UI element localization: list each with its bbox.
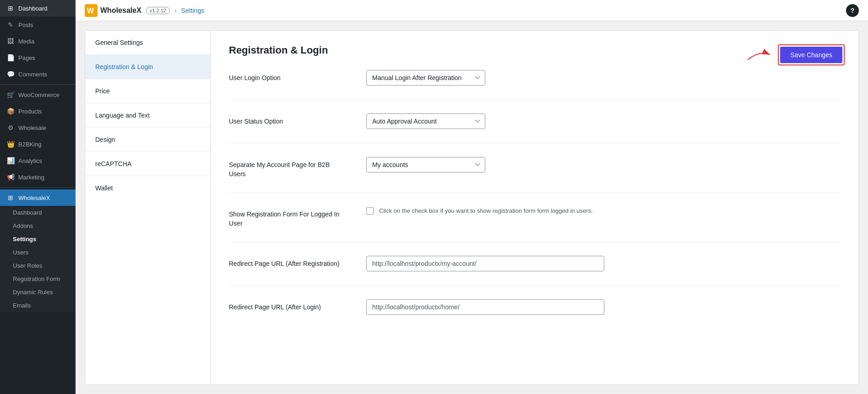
form-row-user-login: User Login Option Manual Login After Reg… [229, 70, 840, 86]
show-registration-control: Click on the check box if you want to sh… [366, 206, 840, 216]
settings-nav-price[interactable]: Price [85, 79, 210, 103]
sidebar-sub-user-roles[interactable]: User Roles [0, 259, 76, 272]
settings-main-panel: Registration & Login Save Changes [211, 30, 859, 385]
user-status-label: User Status Option [229, 113, 357, 126]
dashboard-icon: ⊞ [6, 5, 15, 12]
settings-sidebar: General Settings Registration & Login Pr… [85, 30, 211, 385]
save-arrow-icon [746, 48, 773, 62]
user-login-control: Manual Login After Registration Auto Log… [366, 70, 840, 86]
divider-5 [229, 285, 840, 286]
show-registration-label: Show Registration Form For Logged In Use… [229, 206, 357, 228]
form-row-user-status: User Status Option Auto Approval Account… [229, 113, 840, 129]
sidebar-sub-dashboard[interactable]: Dashboard [0, 206, 76, 219]
sidebar-submenu: Dashboard Addons Settings Users User Rol… [0, 206, 76, 312]
sidebar-divider-1 [0, 84, 76, 85]
sidebar-sub-settings[interactable]: Settings [0, 232, 76, 246]
form-row-show-registration: Show Registration Form For Logged In Use… [229, 206, 840, 228]
sidebar-item-comments[interactable]: 💬 Comments [0, 66, 76, 82]
settings-nav-wallet[interactable]: Wallet [85, 176, 210, 200]
sidebar-item-posts[interactable]: ✎ Posts [0, 16, 76, 33]
marketing-icon: 📢 [6, 173, 15, 181]
page-body: General Settings Registration & Login Pr… [76, 21, 868, 394]
redirect-login-control [366, 299, 840, 315]
sidebar-sub-users[interactable]: Users [0, 246, 76, 259]
media-icon: 🖼 [6, 38, 15, 45]
settings-nav-design[interactable]: Design [85, 128, 210, 152]
svg-text:W: W [87, 7, 94, 15]
sidebar-item-products[interactable]: 📦 Products [0, 103, 76, 119]
analytics-icon: 📊 [6, 157, 15, 164]
save-button-wrapper: Save Changes [778, 44, 845, 65]
separate-account-control: My accounts [366, 157, 840, 173]
sidebar-item-dashboard[interactable]: ⊞ Dashboard [0, 0, 76, 16]
sidebar-item-wholesale[interactable]: ⚙ Wholesale [0, 119, 76, 136]
save-changes-button[interactable]: Save Changes [780, 47, 842, 63]
pages-icon: 📄 [6, 54, 15, 61]
topbar-app-title: WholesaleX [100, 6, 141, 15]
sidebar-item-wholesalex[interactable]: ⊞ WholesaleX [0, 189, 76, 206]
sidebar: ⊞ Dashboard ✎ Posts 🖼 Media 📄 Pages 💬 Co… [0, 0, 76, 394]
sidebar-item-woocommerce[interactable]: 🛒 WooCommerce [0, 86, 76, 103]
wholesalex-icon: ⊞ [6, 194, 15, 201]
sidebar-sub-addons[interactable]: Addons [0, 219, 76, 232]
topbar-version-badge: v1.2.12 [146, 7, 170, 14]
form-row-redirect-registration: Redirect Page URL (After Registration) [229, 256, 840, 271]
sidebar-sub-emails[interactable]: Emails [0, 299, 76, 312]
redirect-registration-control [366, 256, 840, 271]
sidebar-item-analytics[interactable]: 📊 Analytics [0, 152, 76, 169]
separate-account-select[interactable]: My accounts [366, 157, 485, 173]
sidebar-sub-registration-form[interactable]: Registration Form [0, 272, 76, 286]
b2bking-icon: 👑 [6, 140, 15, 148]
sidebar-item-marketing[interactable]: 📢 Marketing [0, 169, 76, 185]
form-row-separate-account: Separate My Account Page for B2B Users M… [229, 157, 840, 178]
products-icon: 📦 [6, 108, 15, 115]
settings-nav-general[interactable]: General Settings [85, 31, 210, 55]
user-status-select[interactable]: Auto Approval Account Manual Approval Ac… [366, 113, 485, 129]
save-btn-area: Save Changes [746, 44, 845, 65]
wholesale-icon: ⚙ [6, 124, 15, 131]
settings-nav-registration-login[interactable]: Registration & Login [85, 55, 210, 79]
main-content: W WholesaleX v1.2.12 › Settings ? Genera… [76, 0, 868, 394]
show-registration-desc: Click on the check box if you want to sh… [379, 206, 593, 216]
show-registration-checkbox-row: Click on the check box if you want to sh… [366, 206, 840, 216]
redirect-registration-input[interactable] [366, 256, 604, 271]
show-registration-checkbox[interactable] [366, 207, 374, 215]
sidebar-sub-dynamic-rules[interactable]: Dynamic Rules [0, 286, 76, 299]
topbar-settings-link[interactable]: Settings [181, 7, 205, 14]
sidebar-item-pages[interactable]: 📄 Pages [0, 49, 76, 66]
topbar-chevron-icon: › [174, 7, 177, 14]
form-row-redirect-login: Redirect Page URL (After Login) [229, 299, 840, 315]
help-button[interactable]: ? [846, 4, 859, 17]
redirect-login-label: Redirect Page URL (After Login) [229, 299, 357, 312]
settings-nav-recaptcha[interactable]: reCAPTCHA [85, 152, 210, 176]
topbar-logo: W WholesaleX [85, 4, 141, 17]
separate-account-label: Separate My Account Page for B2B Users [229, 157, 357, 178]
user-status-control: Auto Approval Account Manual Approval Ac… [366, 113, 840, 129]
woocommerce-icon: 🛒 [6, 91, 15, 98]
user-login-label: User Login Option [229, 70, 357, 83]
settings-nav-language-text[interactable]: Language and Text [85, 103, 210, 128]
posts-icon: ✎ [6, 21, 15, 28]
wholesalex-logo-icon: W [85, 4, 98, 17]
sidebar-item-b2bking[interactable]: 👑 B2BKing [0, 136, 76, 152]
divider-3 [229, 192, 840, 193]
redirect-registration-label: Redirect Page URL (After Registration) [229, 256, 357, 269]
redirect-login-input[interactable] [366, 299, 604, 315]
divider-4 [229, 242, 840, 242]
user-login-select[interactable]: Manual Login After Registration Auto Log… [366, 70, 485, 86]
topbar: W WholesaleX v1.2.12 › Settings ? [76, 0, 868, 21]
divider-1 [229, 99, 840, 100]
sidebar-divider-2 [0, 187, 76, 188]
comments-icon: 💬 [6, 70, 15, 78]
sidebar-item-media[interactable]: 🖼 Media [0, 33, 76, 49]
divider-2 [229, 143, 840, 143]
